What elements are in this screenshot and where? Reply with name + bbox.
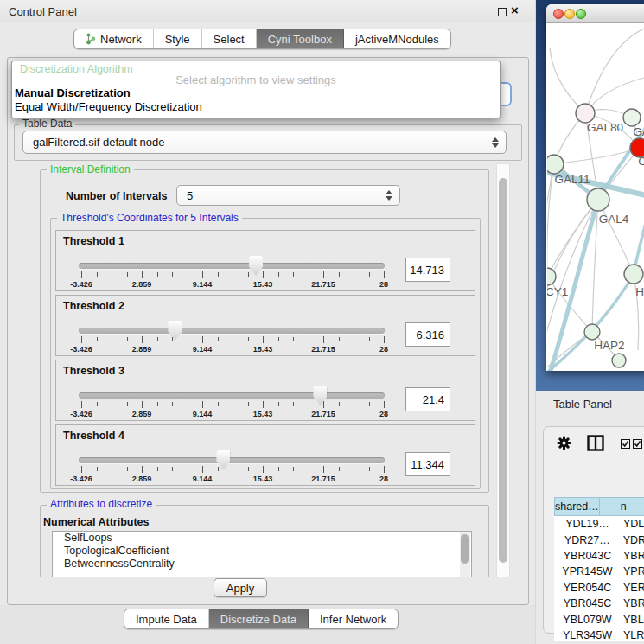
- dropdown-option[interactable]: Manual Discretization: [15, 86, 131, 99]
- threshold-value-input[interactable]: 14.713: [405, 258, 450, 282]
- table-rows: YDL19…YDL1YDR27…YDR2YBR043CYBR0YPR145WYP…: [554, 516, 644, 641]
- table-cell: YDL19…: [554, 516, 621, 532]
- control-panel-window: Control Panel × NetworkStyleSelectCyni T…: [0, 0, 535, 644]
- threshold-value-input[interactable]: 21.4: [405, 387, 450, 411]
- network-node[interactable]: [587, 188, 609, 211]
- checkbox-icon[interactable]: [633, 439, 642, 449]
- threshold-slider-handle[interactable]: [313, 386, 327, 405]
- dropdown-placeholder-option[interactable]: Select algorithm to view settings: [12, 73, 500, 86]
- tab-style[interactable]: Style: [154, 29, 202, 48]
- slider-tick: [339, 402, 340, 406]
- attributes-title: Attributes to discretize: [47, 499, 156, 510]
- threshold-slider-track[interactable]: [79, 392, 385, 399]
- attributes-scrollbar-track[interactable]: [460, 532, 470, 577]
- slider-tick-label: 9.144: [193, 475, 213, 483]
- slider-tick-label: -3.426: [70, 410, 92, 418]
- threshold-label: Threshold 4: [63, 430, 124, 442]
- table-row[interactable]: YBR045CYBR0: [554, 596, 644, 611]
- slider-tick: [293, 402, 294, 406]
- slider-tick: [172, 467, 173, 471]
- table-row[interactable]: YDL19…YDL1: [554, 516, 644, 532]
- num-intervals-combobox[interactable]: 5: [176, 185, 400, 206]
- slider-tick: [384, 401, 385, 408]
- slider-tick: [293, 272, 294, 277]
- slider-tick: [248, 402, 249, 406]
- attribute-list-item[interactable]: BetweennessCentrality: [53, 558, 471, 571]
- table-row[interactable]: YER054CYER0: [554, 580, 644, 596]
- apply-button[interactable]: Apply: [214, 578, 267, 597]
- slider-tick: [384, 271, 385, 278]
- slider-tick: [112, 467, 112, 471]
- zoom-traffic-icon[interactable]: [576, 9, 586, 19]
- combo-arrows-icon: [386, 186, 392, 205]
- network-node[interactable]: [576, 104, 595, 123]
- table-header-cell[interactable]: shared…: [554, 497, 600, 516]
- tab-discretize-data[interactable]: Discretize Data: [209, 609, 309, 628]
- network-canvas[interactable]: GAL80GACGAL11GAL4GCY1HHAP2: [547, 23, 644, 371]
- table-header-cell[interactable]: n: [600, 497, 644, 516]
- tab-select[interactable]: Select: [202, 29, 257, 48]
- network-node[interactable]: [612, 354, 626, 367]
- table-data-combobox[interactable]: galFiltered.sif default node: [22, 131, 507, 154]
- minimize-traffic-icon[interactable]: [564, 9, 575, 19]
- slider-tick: [127, 402, 128, 406]
- tab-impute-data[interactable]: Impute Data: [124, 609, 209, 628]
- tab-cyni-toolbox[interactable]: Cyni Toolbox: [257, 29, 344, 48]
- attributes-scrollbar-thumb[interactable]: [461, 534, 469, 564]
- slider-tick-label: 2.859: [132, 475, 152, 483]
- tab-label: Cyni Toolbox: [268, 33, 332, 46]
- slider-tick-label: -3.426: [70, 280, 92, 289]
- attribute-list-item[interactable]: SelfLoops: [53, 532, 471, 545]
- tab-network[interactable]: Network: [74, 29, 154, 48]
- threshold-panel: Threshold 1-3.4262.8599.14415.4321.71528…: [55, 230, 475, 291]
- threshold-value-input[interactable]: 6.316: [405, 322, 450, 347]
- slider-tick: [354, 467, 354, 471]
- table-row[interactable]: YDR27…YDR2: [554, 532, 644, 547]
- slider-tick-label: 28: [379, 410, 388, 418]
- slider-tick: [142, 271, 143, 278]
- slider-tick-label: 9.144: [193, 280, 213, 289]
- close-icon[interactable]: ×: [511, 3, 519, 17]
- attribute-list-item[interactable]: TopologicalCoefficient: [53, 545, 471, 558]
- threshold-slider-handle[interactable]: [168, 321, 182, 341]
- network-node[interactable]: [624, 265, 643, 284]
- slider-tick: [127, 337, 128, 341]
- interval-definition-title: Interval Definition: [47, 164, 134, 175]
- network-node[interactable]: [584, 324, 600, 340]
- tab-infer-network[interactable]: Infer Network: [309, 609, 398, 628]
- network-window-titlebar[interactable]: [546, 4, 644, 23]
- gear-icon[interactable]: [557, 436, 571, 450]
- network-node[interactable]: [547, 155, 564, 174]
- threshold-slider-handle[interactable]: [216, 450, 230, 470]
- table-row[interactable]: YLR345WYLR3: [554, 628, 644, 641]
- slider-tick: [172, 337, 173, 341]
- panel-scrollbar-track[interactable]: [496, 163, 510, 577]
- slider-tick: [218, 467, 219, 471]
- threshold-panel: Threshold 4-3.4262.8599.14415.4321.71528…: [55, 424, 475, 486]
- close-traffic-icon[interactable]: [553, 9, 564, 19]
- slider-tick: [369, 402, 370, 406]
- threshold-slider-track[interactable]: [79, 328, 385, 334]
- network-node-label: HAP2: [594, 339, 624, 352]
- dropdown-option[interactable]: Equal Width/Frequency Discretization: [15, 100, 202, 113]
- threshold-value-input[interactable]: 11.344: [405, 452, 450, 476]
- slider-tick: [354, 272, 354, 277]
- table-row[interactable]: YBR043CYBR0: [554, 548, 644, 564]
- network-node[interactable]: [623, 109, 641, 126]
- slider-tick: [339, 337, 340, 341]
- split-columns-icon[interactable]: [587, 435, 604, 451]
- table-row[interactable]: YBL079WYBL0: [554, 611, 644, 627]
- slider-tick: [142, 336, 143, 343]
- threshold-slider-track[interactable]: [79, 457, 385, 463]
- panel-scrollbar-thumb[interactable]: [499, 178, 507, 563]
- slider-tick: [97, 272, 98, 277]
- table-data-title: Table Data: [19, 118, 75, 130]
- threshold-slider-handle[interactable]: [249, 256, 263, 276]
- float-window-icon[interactable]: [498, 8, 507, 16]
- checkbox-icon[interactable]: [621, 439, 630, 449]
- threshold-slider-track[interactable]: [79, 263, 385, 269]
- tab-jactivemnodules[interactable]: jActiveMNodules: [344, 29, 450, 48]
- network-edge: [550, 48, 585, 113]
- attributes-listbox: SelfLoopsTopologicalCoefficientBetweenne…: [52, 531, 472, 577]
- table-row[interactable]: YPR145WYPR1: [554, 564, 644, 579]
